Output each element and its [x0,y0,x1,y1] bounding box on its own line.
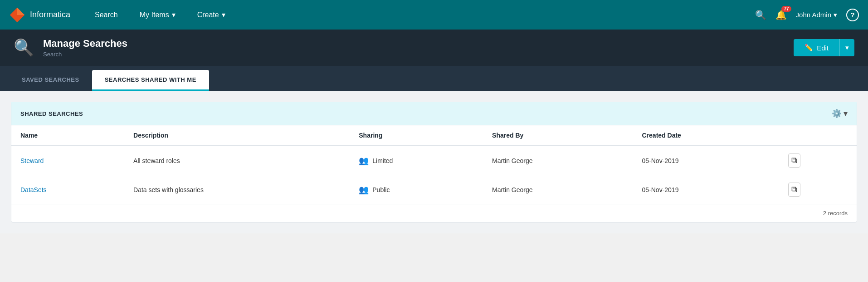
record-count: 2 records [823,210,848,217]
logo[interactable]: Informatica [9,7,70,23]
page-title: Manage Searches [43,38,127,49]
table-footer: 2 records [11,204,857,222]
chevron-down-icon: ▾ [834,11,837,19]
cell-name: DataSets [11,175,124,204]
shared-searches-table: Name Description Sharing Shared By Creat… [11,125,857,204]
help-button[interactable]: ? [846,9,859,21]
cell-description: All steward roles [124,146,350,175]
sharing-icon: 👥 [359,185,369,195]
nav-create[interactable]: Create ▾ [186,0,236,30]
svg-marker-1 [17,7,24,15]
edit-button-group: ✏️ Edit ▾ [794,39,854,56]
breadcrumb: Search [43,51,127,58]
page-header: 🔍 Manage Searches Search ✏️ Edit ▾ [0,30,868,66]
settings-gear[interactable]: ⚙️ ▾ [832,109,848,119]
cell-description: Data sets with glossaries [124,175,350,204]
cell-name: Steward [11,146,124,175]
user-menu[interactable]: John Admin ▾ [796,11,837,19]
bell-badge: 77 [781,6,791,12]
col-shared-by: Shared By [483,125,633,146]
tab-saved-searches[interactable]: SAVED SEARCHES [9,70,92,91]
cell-shared-by: Martin George [483,175,633,204]
page-title-group: Manage Searches Search [43,38,127,58]
nav-search[interactable]: Search [84,0,129,30]
cell-copy: ⧉ [779,175,857,204]
cell-copy: ⧉ [779,146,857,175]
nav-right: 🔍 🔔 77 John Admin ▾ ? [755,9,859,21]
search-link[interactable]: DataSets [20,186,47,193]
nav-links: Search My Items ▾ Create ▾ [84,0,755,30]
chevron-down-icon: ▾ [845,44,849,51]
table-header-row: Name Description Sharing Shared By Creat… [11,125,857,146]
page-header-left: 🔍 Manage Searches Search [14,38,127,58]
cell-sharing: 👥 Public [350,175,483,204]
bell-icon[interactable]: 🔔 77 [775,10,787,20]
cell-created-date: 05-Nov-2019 [633,146,779,175]
section-title: SHARED SEARCHES [20,110,83,117]
edit-button[interactable]: ✏️ Edit [794,39,839,56]
copy-button[interactable]: ⧉ [788,153,800,168]
cell-sharing: 👥 Limited [350,146,483,175]
sharing-icon: 👥 [359,156,369,166]
tab-searches-shared-with-me[interactable]: SEARCHES SHARED WITH ME [92,70,209,91]
copy-button[interactable]: ⧉ [788,183,800,197]
chevron-down-icon: ▾ [222,10,225,19]
main-content: SHARED SEARCHES ⚙️ ▾ Name Description Sh… [0,91,868,233]
copy-icon: ⧉ [791,156,797,165]
chevron-down-icon: ▾ [172,10,176,19]
top-nav: Informatica Search My Items ▾ Create ▾ 🔍… [0,0,868,30]
pencil-icon: ✏️ [805,44,813,52]
col-description: Description [124,125,350,146]
col-created-date: Created Date [633,125,779,146]
col-actions [779,125,857,146]
table-card: SHARED SEARCHES ⚙️ ▾ Name Description Sh… [11,102,857,223]
search-link[interactable]: Steward [20,157,44,164]
table-row: DataSets Data sets with glossaries 👥 Pub… [11,175,857,204]
col-sharing: Sharing [350,125,483,146]
table-row: Steward All steward roles 👥 Limited Mart… [11,146,857,175]
cell-shared-by: Martin George [483,146,633,175]
table-card-header: SHARED SEARCHES ⚙️ ▾ [11,102,857,125]
tabs-bar: SAVED SEARCHES SEARCHES SHARED WITH ME [0,66,868,91]
nav-my-items[interactable]: My Items ▾ [129,0,186,30]
sharing-label: Limited [372,157,393,164]
chevron-down-icon: ▾ [844,109,848,119]
col-name: Name [11,125,124,146]
cell-created-date: 05-Nov-2019 [633,175,779,204]
logo-text: Informatica [30,10,70,20]
sharing-label: Public [372,186,390,193]
search-icon[interactable]: 🔍 [755,10,766,20]
copy-icon: ⧉ [791,185,797,194]
page-search-icon: 🔍 [14,38,34,57]
edit-dropdown-button[interactable]: ▾ [839,39,854,56]
